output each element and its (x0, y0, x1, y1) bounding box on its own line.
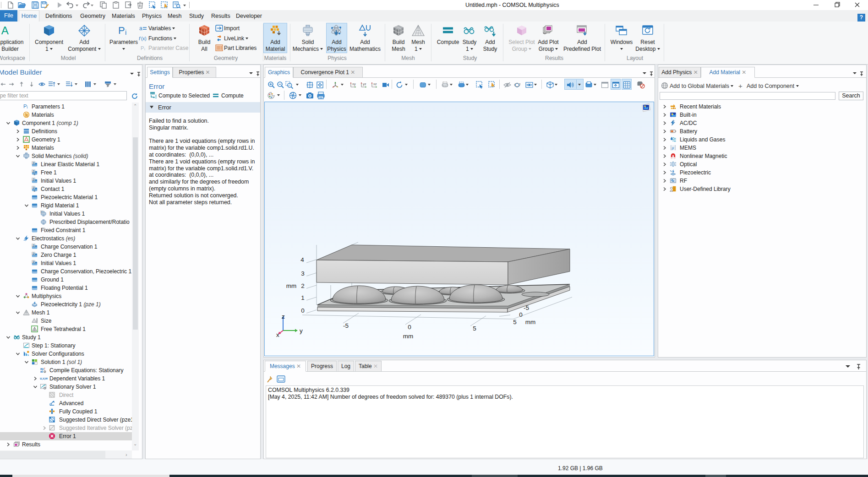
svg-text:f: f (44, 367, 45, 370)
svg-text:-5: -5 (524, 304, 529, 311)
svg-text:4: 4 (300, 256, 304, 263)
svg-text:yz: yz (363, 82, 366, 86)
svg-text:0: 0 (301, 307, 305, 314)
svg-text:mm: mm (525, 319, 536, 325)
svg-text:P: P (118, 25, 125, 36)
svg-text:u,v,w: u,v,w (40, 377, 48, 380)
svg-text:i: i (27, 105, 27, 109)
svg-text:P: P (141, 45, 144, 51)
svg-text:f: f (139, 36, 141, 41)
svg-text:0: 0 (519, 311, 523, 318)
svg-text:mm: mm (403, 333, 414, 340)
svg-text:y: y (300, 327, 303, 334)
svg-text:P: P (23, 103, 27, 109)
svg-text:x: x (276, 331, 279, 338)
svg-text:a: a (139, 25, 142, 32)
svg-text:1: 1 (301, 294, 305, 301)
svg-text:z: z (282, 313, 285, 320)
svg-text:D: D (33, 252, 35, 255)
svg-text:-5: -5 (343, 322, 349, 329)
svg-text:D: D (41, 211, 43, 213)
svg-text:i: i (144, 47, 145, 51)
svg-text:D: D (33, 186, 35, 189)
svg-text:5: 5 (473, 325, 476, 332)
svg-text:xz: xz (373, 82, 377, 86)
svg-text:D: D (33, 244, 35, 247)
svg-text:μ: μ (671, 146, 674, 150)
svg-text:(x): (x) (141, 36, 147, 41)
svg-text:i: i (125, 28, 126, 36)
svg-text:b: b (34, 190, 35, 192)
svg-text:D: D (33, 161, 35, 164)
svg-text:5: 5 (513, 319, 517, 325)
svg-text:b: b (34, 173, 35, 176)
svg-text:A: A (1, 24, 9, 37)
svg-text:D: D (33, 178, 35, 181)
svg-text:2: 2 (301, 282, 305, 289)
svg-text:D: D (33, 169, 35, 173)
svg-text:at: at (40, 370, 44, 373)
svg-text:xy: xy (352, 82, 356, 86)
svg-text:0: 0 (408, 324, 411, 331)
svg-text:mm: mm (286, 282, 297, 289)
svg-text:3: 3 (301, 270, 305, 277)
svg-text:D: D (33, 260, 35, 263)
